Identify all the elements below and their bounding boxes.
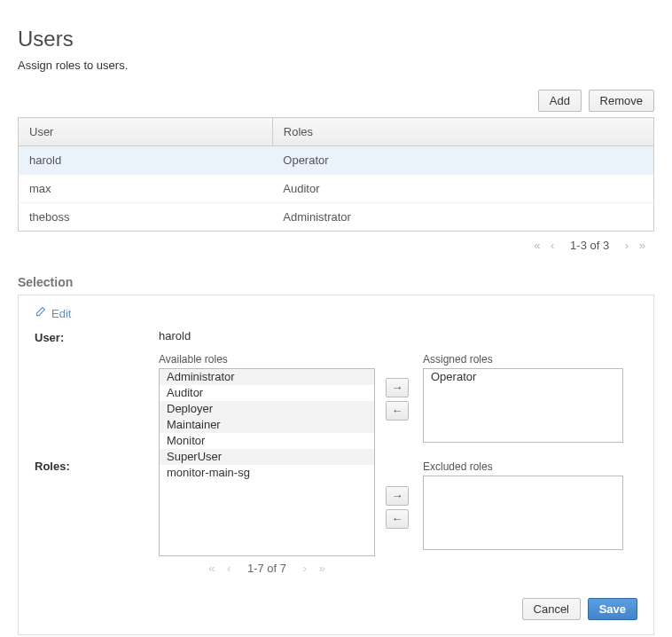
cell-user: theboss (19, 203, 273, 232)
roles-field-label: Roles: (35, 353, 159, 473)
page-title: Users (18, 27, 654, 51)
list-item[interactable]: SuperUser (160, 449, 374, 465)
available-pager: « ‹ 1-7 of 7 › » (159, 556, 375, 580)
user-field-value: harold (159, 329, 637, 342)
add-button[interactable]: Add (538, 90, 582, 112)
cell-roles: Auditor (272, 175, 653, 203)
page-description: Assign roles to users. (18, 59, 654, 72)
edit-link[interactable]: Edit (35, 306, 71, 329)
available-pager-info: 1-7 of 7 (238, 562, 295, 575)
arrow-right-icon: → (392, 489, 403, 502)
column-header-user[interactable]: User (19, 118, 273, 146)
edit-icon (35, 306, 46, 320)
arrow-left-icon: ← (392, 404, 403, 417)
list-item[interactable]: Administrator (160, 369, 374, 385)
move-to-assigned-button[interactable]: → (386, 378, 409, 397)
toolbar: Add Remove (18, 90, 654, 112)
users-table: User Roles haroldOperatormaxAuditorthebo… (18, 117, 654, 232)
selection-section-title: Selection (18, 275, 654, 289)
available-roles-listbox[interactable]: AdministratorAuditorDeployerMaintainerMo… (159, 368, 375, 556)
available-pager-prev-icon[interactable]: ‹ (223, 562, 235, 575)
cell-user: max (19, 175, 273, 203)
panel-footer: Cancel Save (35, 598, 637, 620)
remove-button[interactable]: Remove (589, 90, 654, 112)
assigned-roles-label: Assigned roles (423, 353, 623, 366)
excluded-roles-label: Excluded roles (423, 460, 623, 473)
table-row[interactable]: maxAuditor (19, 175, 654, 203)
list-item[interactable]: Maintainer (160, 417, 374, 433)
available-roles-label: Available roles (159, 353, 375, 366)
pager-prev-icon[interactable]: ‹ (547, 239, 558, 252)
move-from-excluded-button[interactable]: ← (386, 509, 409, 529)
available-pager-last-icon[interactable]: » (315, 562, 330, 575)
user-field-label: User: (35, 329, 159, 344)
list-item[interactable]: Operator (424, 369, 622, 385)
list-item[interactable]: Deployer (160, 401, 374, 417)
column-header-roles[interactable]: Roles (272, 118, 653, 146)
arrow-left-icon: ← (392, 512, 403, 525)
table-pager: « ‹ 1-3 of 3 › » (18, 232, 654, 259)
selection-panel: Edit User: harold Roles: Available roles… (18, 295, 654, 635)
pager-next-icon[interactable]: › (621, 239, 632, 252)
move-to-excluded-button[interactable]: → (386, 486, 409, 506)
move-from-assigned-button[interactable]: ← (386, 401, 409, 421)
list-item[interactable]: Monitor (160, 433, 374, 449)
save-button[interactable]: Save (588, 598, 637, 620)
pager-info: 1-3 of 3 (561, 239, 618, 252)
cell-roles: Administrator (272, 203, 653, 232)
available-pager-first-icon[interactable]: « (204, 562, 219, 575)
arrow-right-icon: → (392, 381, 403, 394)
cell-user: harold (19, 146, 273, 175)
list-item[interactable]: monitor-main-sg (160, 465, 374, 481)
available-pager-next-icon[interactable]: › (299, 562, 311, 575)
excluded-roles-listbox[interactable] (423, 476, 623, 550)
pager-last-icon[interactable]: » (636, 239, 649, 252)
table-row[interactable]: thebossAdministrator (19, 203, 654, 232)
edit-label: Edit (51, 307, 71, 320)
cancel-button[interactable]: Cancel (522, 598, 581, 620)
cell-roles: Operator (272, 146, 653, 175)
assigned-roles-listbox[interactable]: Operator (423, 368, 623, 443)
pager-first-icon[interactable]: « (530, 239, 543, 252)
list-item[interactable]: Auditor (160, 385, 374, 401)
table-row[interactable]: haroldOperator (19, 146, 654, 175)
